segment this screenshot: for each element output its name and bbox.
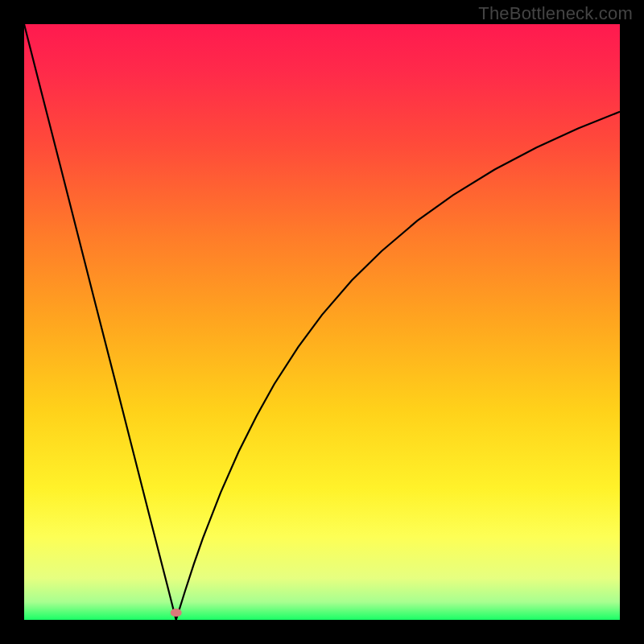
optimum-marker xyxy=(171,609,182,617)
watermark-text: TheBottleneck.com xyxy=(478,3,633,24)
chart-container: { "watermark": "TheBottleneck.com", "cha… xyxy=(0,0,644,644)
plot-background xyxy=(24,24,620,620)
bottleneck-chart xyxy=(0,0,644,644)
